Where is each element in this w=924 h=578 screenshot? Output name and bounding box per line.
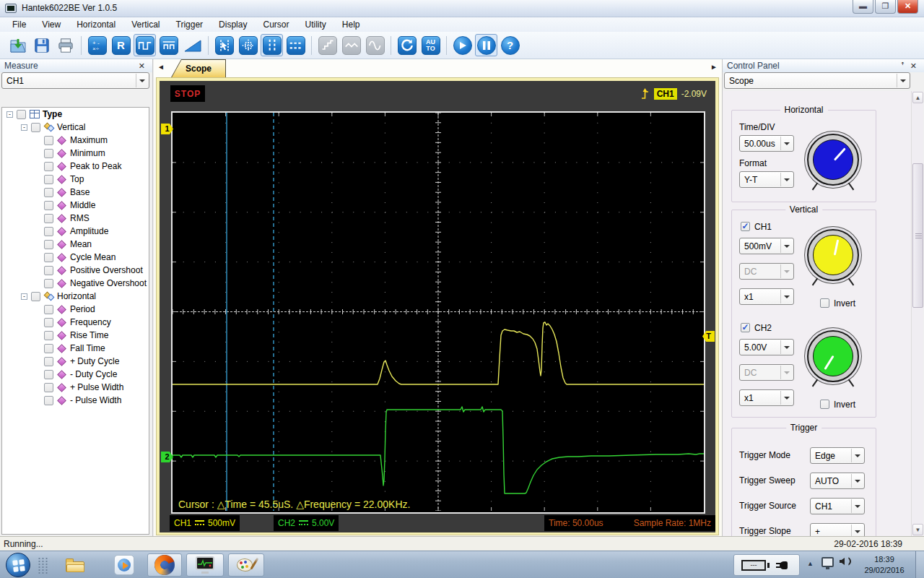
close-icon[interactable]: ✕	[136, 61, 148, 71]
trigger-slope-select[interactable]: +	[810, 523, 865, 536]
tree-checkbox[interactable]	[44, 240, 53, 249]
taskbar-app-media-player[interactable]	[110, 553, 139, 577]
print-button[interactable]	[54, 34, 77, 56]
vertical-cursors-button[interactable]	[261, 34, 283, 56]
tree-item--duty-cycle[interactable]: - Duty Cycle	[2, 368, 149, 381]
tree-checkbox[interactable]	[44, 175, 53, 184]
ramp-button[interactable]	[181, 34, 204, 56]
tab-scroll-left-icon[interactable]: ◄	[157, 63, 165, 71]
tree-checkbox[interactable]	[44, 305, 53, 314]
taskbar-app-paint[interactable]	[228, 553, 264, 577]
tree-item-type[interactable]: -Type	[2, 108, 149, 121]
ch1-invert-checkbox[interactable]	[820, 298, 829, 308]
tree-expander-icon[interactable]: -	[6, 111, 13, 118]
tree-checkbox[interactable]	[44, 279, 53, 288]
tree-checkbox[interactable]	[44, 162, 53, 171]
tree-item-rms[interactable]: RMS	[2, 212, 149, 225]
taskbar-clock[interactable]: 18:39 29/02/2016	[856, 554, 912, 576]
linear-interp-button[interactable]	[340, 34, 362, 56]
volume-icon[interactable]	[840, 558, 845, 565]
panel-mode-select[interactable]: Scope	[724, 72, 910, 89]
sine-interp-button[interactable]	[364, 34, 386, 56]
refresh-button[interactable]	[396, 34, 418, 56]
ch2-position-knob[interactable]	[807, 330, 859, 382]
menu-item-cursor[interactable]: Cursor	[255, 18, 297, 31]
trigger-mode-select[interactable]: Edge	[810, 447, 865, 464]
autoset-button[interactable]: AUTO	[419, 34, 442, 56]
tree-checkbox[interactable]	[44, 331, 53, 340]
timediv-select[interactable]: 50.00us	[739, 135, 794, 152]
menu-item-trigger[interactable]: Trigger	[168, 18, 212, 31]
measure-channel-select[interactable]: CH1	[1, 72, 149, 89]
trigger-sweep-select[interactable]: AUTO	[810, 473, 865, 489]
tree-item-cycle-mean[interactable]: Cycle Mean	[2, 251, 149, 264]
taskbar-app-firefox[interactable]	[147, 553, 182, 577]
save-file-button[interactable]	[30, 34, 53, 56]
tree-item-mean[interactable]: Mean	[2, 238, 149, 251]
tree-checkbox[interactable]	[44, 201, 53, 210]
tree-item--pulse-width[interactable]: - Pulse Width	[2, 394, 149, 407]
taskbar-app-hantek-scope[interactable]	[186, 553, 224, 577]
tree-checkbox[interactable]	[44, 149, 53, 158]
horizontal-cursors-button[interactable]	[284, 34, 307, 56]
show-desktop-button[interactable]	[915, 551, 924, 578]
step-interp-button[interactable]	[316, 34, 339, 56]
math-button[interactable]: + -×÷	[86, 34, 108, 56]
menu-item-vertical[interactable]: Vertical	[123, 18, 167, 31]
ch1-position-knob[interactable]	[807, 229, 859, 281]
tree-checkbox[interactable]	[17, 110, 26, 119]
ch2-invert-checkbox[interactable]	[820, 400, 829, 409]
cursor-tool-button[interactable]	[213, 34, 235, 56]
taskbar-app-explorer[interactable]	[61, 553, 90, 577]
tree-checkbox[interactable]	[44, 357, 53, 366]
tree-checkbox[interactable]	[44, 188, 53, 197]
tree-item-base[interactable]: Base	[2, 186, 149, 199]
pause-button[interactable]	[475, 34, 497, 56]
tab-scroll-right-icon[interactable]: ►	[710, 63, 718, 71]
help-button[interactable]: ?	[499, 34, 521, 56]
menu-item-horizontal[interactable]: Horizontal	[69, 18, 123, 31]
tree-item-positive-overshoot[interactable]: Positive Overshoot	[2, 264, 149, 277]
menu-item-file[interactable]: File	[4, 18, 34, 31]
menu-item-view[interactable]: View	[34, 18, 69, 31]
tree-item-peak-to-peak[interactable]: Peak to Peak	[2, 160, 149, 173]
tree-expander-icon[interactable]: -	[21, 124, 27, 131]
ch1-range-select[interactable]: 500mV	[739, 238, 794, 254]
tab-scope[interactable]: Scope	[171, 59, 226, 77]
start-button[interactable]	[6, 553, 30, 577]
tree-item-maximum[interactable]: Maximum	[2, 134, 149, 147]
tree-item-minimum[interactable]: Minimum	[2, 147, 149, 160]
tree-checkbox[interactable]	[44, 214, 53, 223]
tree-item-horizontal[interactable]: -Horizontal	[2, 290, 149, 303]
tree-checkbox[interactable]	[44, 266, 53, 275]
tree-item-amplitude[interactable]: Amplitude	[2, 225, 149, 238]
square-wave-alt-button[interactable]	[157, 34, 180, 56]
tree-item--duty-cycle[interactable]: + Duty Cycle	[2, 355, 149, 368]
ch2-range-select[interactable]: 5.00V	[739, 339, 794, 355]
minimize-button[interactable]: ▬	[853, 0, 873, 14]
tree-checkbox[interactable]	[44, 253, 53, 262]
ch1-enable-checkbox[interactable]: ✓	[741, 222, 750, 231]
tree-checkbox[interactable]	[44, 318, 53, 327]
trigger-source-select[interactable]: CH1	[810, 498, 865, 514]
tree-checkbox[interactable]	[44, 227, 53, 236]
control-panel-scrollbar[interactable]: ▲ ▼	[911, 91, 923, 536]
tree-item-vertical[interactable]: -Vertical	[2, 121, 149, 134]
pin-icon[interactable]: ꜛ	[898, 62, 907, 70]
run-button[interactable]	[451, 34, 474, 56]
tree-expander-icon[interactable]: -	[21, 293, 27, 300]
hidden-icons-button[interactable]: ▲	[807, 560, 814, 567]
tree-checkbox[interactable]	[31, 123, 40, 132]
square-wave-button[interactable]	[134, 34, 156, 56]
ch2-probe-select[interactable]: x1	[739, 389, 794, 406]
close-icon[interactable]: ✕	[907, 61, 920, 71]
tree-item-period[interactable]: Period	[2, 303, 149, 316]
battery-tray-button[interactable]: ---	[733, 554, 800, 576]
scroll-up-icon[interactable]: ▲	[912, 92, 923, 103]
ch1-probe-select[interactable]: x1	[739, 288, 794, 305]
menu-item-help[interactable]: Help	[334, 18, 368, 31]
close-button[interactable]: ✕	[897, 0, 918, 14]
open-file-button[interactable]	[6, 34, 29, 56]
tree-checkbox[interactable]	[44, 136, 53, 145]
tree-checkbox[interactable]	[44, 344, 53, 353]
